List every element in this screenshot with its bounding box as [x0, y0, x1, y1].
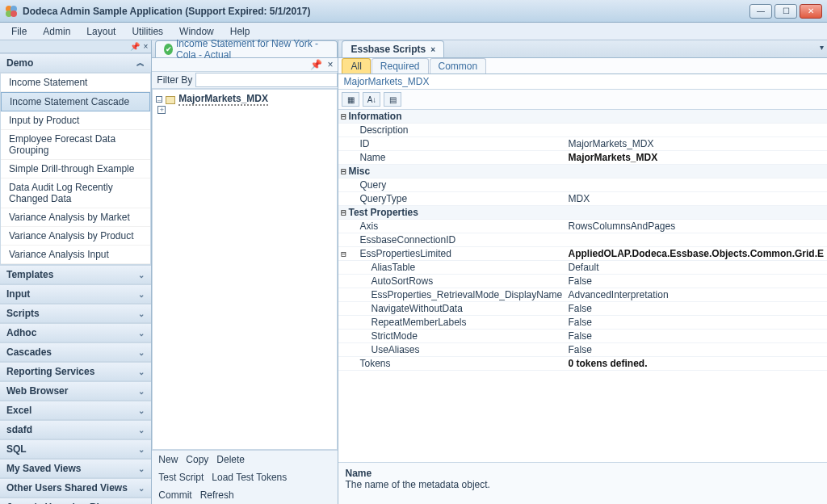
delete-button[interactable]: Delete [216, 454, 245, 465]
section-header[interactable]: Demo︽ [0, 53, 151, 73]
property-category[interactable]: ⊟Information [338, 110, 827, 124]
filter-input[interactable] [195, 73, 338, 87]
property-row[interactable]: StrictModeFalse [338, 330, 827, 343]
new-button[interactable]: New [158, 454, 178, 465]
property-value[interactable] [565, 212, 827, 213]
menu-file[interactable]: File [5, 24, 33, 39]
categorized-view-icon[interactable]: ▦ [342, 92, 359, 107]
property-row[interactable]: NavigateWithoutDataFalse [338, 302, 827, 316]
subtab-common[interactable]: Common [430, 58, 487, 74]
tree-node-majormarkets[interactable]: – MajorMarkets_MDX [156, 93, 334, 106]
section-header[interactable]: Adhoc⌄ [0, 323, 151, 342]
pin-icon[interactable]: 📌 [130, 42, 140, 51]
expand-icon[interactable]: ⊟ [338, 166, 348, 177]
section-header[interactable]: SQL⌄ [0, 439, 151, 459]
property-value[interactable]: AdvancedInterpretation [565, 288, 827, 301]
menu-window[interactable]: Window [173, 24, 220, 39]
nav-item[interactable]: Income Statement [1, 74, 150, 92]
section-header[interactable]: Web Browser⌄ [0, 381, 151, 401]
subtab-required[interactable]: Required [372, 58, 429, 74]
copy-button[interactable]: Copy [186, 454, 208, 465]
property-value[interactable]: AppliedOLAP.Dodeca.Essbase.Objects.Commo… [565, 247, 827, 260]
property-category[interactable]: ⊟Test Properties [338, 206, 827, 220]
expand-icon[interactable]: ⊟ [338, 249, 348, 259]
property-grid[interactable]: ⊟InformationDescriptionIDMajorMarkets_MD… [338, 110, 827, 462]
close-button[interactable]: ✕ [800, 4, 822, 19]
tree-expand-icon[interactable]: – [156, 96, 162, 103]
alphabetical-sort-icon[interactable]: A↓ [363, 92, 380, 107]
property-value[interactable] [565, 170, 827, 172]
section-header[interactable]: Reporting Services⌄ [0, 362, 151, 381]
load-test-tokens-button[interactable]: Load Test Tokens [212, 472, 287, 483]
property-row[interactable]: EssbaseConnectionID [338, 233, 827, 247]
section-header[interactable]: Excel⌄ [0, 401, 151, 420]
property-row[interactable]: UseAliasesFalse [338, 343, 827, 357]
section-header[interactable]: Scripts⌄ [0, 304, 151, 323]
property-row[interactable]: AxisRowsColumnsAndPages [338, 220, 827, 233]
property-value[interactable]: False [565, 316, 827, 329]
property-row[interactable]: RepeatMemberLabelsFalse [338, 316, 827, 330]
tab-menu-icon[interactable]: ▾ [820, 43, 824, 52]
menu-layout[interactable]: Layout [80, 24, 122, 39]
property-value[interactable]: MajorMarkets_MDX [565, 151, 827, 164]
section-header[interactable]: sdafd⌄ [0, 420, 151, 439]
property-value[interactable]: False [565, 302, 827, 315]
nav-item[interactable]: Variance Analysis by Product [1, 227, 150, 246]
section-header[interactable]: Input⌄ [0, 284, 151, 304]
nav-item[interactable]: Simple Drill-through Example [1, 160, 150, 178]
section-header[interactable]: Templates⌄ [0, 265, 151, 284]
property-row[interactable]: QueryTypeMDX [338, 192, 827, 206]
nav-item[interactable]: Variance Analysis Input [1, 246, 150, 264]
property-value[interactable] [565, 184, 827, 186]
nav-item[interactable]: Variance Analysis by Market [1, 208, 150, 227]
property-row[interactable]: AutoSortRowsFalse [338, 275, 827, 288]
section-header[interactable]: Jason's Hyperion Blog⌄ [0, 498, 151, 504]
minimize-button[interactable]: — [749, 4, 772, 19]
nav-item[interactable]: Data Audit Log Recently Changed Data [1, 178, 150, 208]
expand-icon[interactable]: ⊟ [338, 208, 348, 218]
panel-close-icon[interactable]: × [327, 59, 333, 70]
property-value[interactable]: 0 tokens defined. [565, 357, 827, 370]
property-value[interactable]: Default [565, 261, 827, 274]
property-row[interactable]: EssProperties_RetrievalMode_DisplayNameA… [338, 288, 827, 302]
property-value[interactable] [565, 116, 827, 117]
property-row[interactable]: Description [338, 124, 827, 137]
property-row[interactable]: IDMajorMarkets_MDX [338, 137, 827, 151]
property-row[interactable]: ⊟EssPropertiesLimitedAppliedOLAP.Dodeca.… [338, 247, 827, 261]
property-value[interactable]: RowsColumnsAndPages [565, 220, 827, 233]
menu-admin[interactable]: Admin [36, 24, 77, 39]
commit-button[interactable]: Commit [158, 489, 191, 501]
menu-utilities[interactable]: Utilities [125, 24, 170, 39]
section-header[interactable]: My Saved Views⌄ [0, 459, 151, 478]
center-tab-income-statement[interactable]: ✔ Income Statement for New York - Cola -… [155, 40, 338, 57]
subtab-all[interactable]: All [342, 58, 370, 74]
tree-add-icon[interactable]: + [157, 106, 166, 114]
property-row[interactable]: Tokens0 tokens defined. [338, 357, 827, 371]
property-row[interactable]: AliasTableDefault [338, 261, 827, 275]
property-value[interactable]: MajorMarkets_MDX [565, 137, 827, 150]
tab-close-icon[interactable]: × [430, 45, 435, 54]
nav-item[interactable]: Income Statement Cascade [1, 92, 150, 111]
refresh-button[interactable]: Refresh [200, 489, 234, 501]
property-pages-icon[interactable]: ▤ [384, 92, 401, 107]
close-panel-icon[interactable]: × [143, 42, 148, 51]
expand-icon[interactable]: ⊟ [338, 111, 348, 122]
panel-pin-icon[interactable]: 📌 [310, 59, 322, 70]
right-tab-essbase-scripts[interactable]: Essbase Scripts × [342, 40, 444, 57]
property-value[interactable] [565, 129, 827, 131]
script-tree[interactable]: – MajorMarkets_MDX + [152, 89, 338, 450]
section-header[interactable]: Cascades⌄ [0, 342, 151, 362]
property-value[interactable]: MDX [565, 192, 827, 205]
property-row[interactable]: NameMajorMarkets_MDX [338, 151, 827, 165]
section-header[interactable]: Other Users Shared Views⌄ [0, 478, 151, 498]
property-value[interactable]: False [565, 275, 827, 288]
property-row[interactable]: Query [338, 178, 827, 192]
nav-item[interactable]: Employee Forecast Data Grouping [1, 130, 150, 160]
nav-item[interactable]: Input by Product [1, 111, 150, 130]
menu-help[interactable]: Help [224, 24, 257, 39]
property-value[interactable] [565, 239, 827, 241]
property-value[interactable]: False [565, 343, 827, 356]
property-value[interactable]: False [565, 330, 827, 342]
test-script-button[interactable]: Test Script [158, 472, 204, 483]
property-category[interactable]: ⊟Misc [338, 165, 827, 178]
